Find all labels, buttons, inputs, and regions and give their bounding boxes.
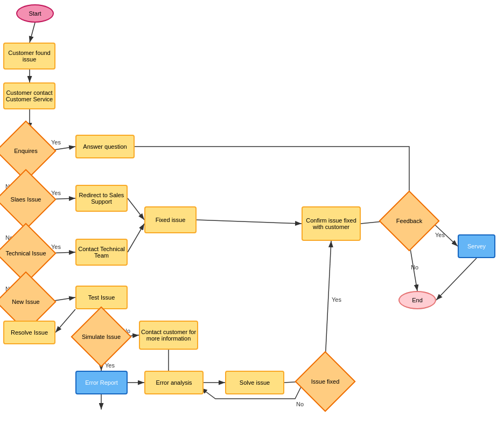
svg-text:No: No	[296, 401, 304, 407]
issue-fixed-diamond: Issue fixed	[304, 360, 347, 403]
slaes-issue-diamond: Slaes Issue	[4, 178, 47, 221]
technical-issue-label: Technical Issue	[5, 250, 46, 256]
redirect-sales-node: Redirect to Sales Support	[75, 185, 128, 212]
customer-contact-label: Customer contact Customer Service	[4, 89, 54, 102]
new-issue-label: New Issue	[12, 299, 39, 305]
solve-issue-node: Solve issue	[225, 371, 284, 394]
svg-text:Yes: Yes	[435, 232, 445, 238]
svg-text:Yes: Yes	[51, 244, 61, 250]
contact-customer-label: Contact customer for more information	[140, 329, 197, 342]
svg-line-1	[30, 23, 35, 43]
resolve-issue-node: Resolve Issue	[3, 321, 55, 344]
technical-issue-diamond: Technical Issue	[4, 232, 47, 275]
end-node: End	[398, 291, 436, 309]
answer-question-node: Answer question	[75, 135, 135, 158]
new-issue-diamond: New Issue	[4, 280, 47, 323]
enquires-label: Enquires	[14, 148, 37, 154]
svg-text:Yes: Yes	[105, 362, 115, 369]
svg-line-10	[128, 198, 144, 220]
svg-line-31	[197, 220, 302, 224]
contact-customer-node: Contact customer for more information	[139, 321, 198, 350]
confirm-issue-node: Confirm issue fixed with customer	[302, 206, 361, 241]
error-analysis-label: Error analysis	[156, 379, 192, 386]
feedback-diamond: Feedback	[388, 199, 431, 242]
issue-fixed-label: Issue fixed	[311, 378, 340, 385]
svg-text:No: No	[411, 264, 418, 270]
solve-issue-label: Solve issue	[240, 379, 270, 386]
feedback-label: Feedback	[396, 218, 422, 224]
error-report-node: Error Report	[75, 371, 128, 394]
start-node: Start	[16, 4, 54, 23]
svg-text:Yes: Yes	[51, 139, 61, 145]
simulate-issue-label: Simulate Issue	[82, 334, 121, 340]
svg-line-15	[128, 224, 144, 252]
redirect-sales-label: Redirect to Sales Support	[76, 192, 127, 205]
svg-line-28	[325, 241, 331, 360]
test-issue-node: Test Issue	[75, 286, 128, 309]
error-analysis-node: Error analysis	[144, 371, 204, 394]
svg-line-37	[436, 258, 477, 300]
test-issue-label: Test Issue	[88, 294, 115, 301]
slaes-issue-label: Slaes Issue	[11, 196, 41, 203]
error-report-label: Error Report	[85, 379, 118, 386]
svg-line-19	[55, 309, 75, 332]
contact-technical-label: Contact Technical Team	[76, 246, 127, 259]
error-database-node: Error Database	[75, 410, 128, 436]
contact-technical-node: Contact Technical Team	[75, 239, 128, 266]
customer-contact-node: Customer contact Customer Service	[3, 82, 55, 109]
confirm-issue-label: Confirm issue fixed with customer	[303, 217, 360, 230]
resolve-issue-label: Resolve Issue	[11, 329, 48, 336]
customer-found-label: Customer found issue	[4, 50, 54, 63]
fixed-issue-node: Fixed issue	[144, 206, 197, 233]
servey-label: Servey	[467, 243, 486, 249]
customer-found-node: Customer found issue	[3, 43, 55, 70]
enquires-diamond: Enquires	[4, 129, 47, 172]
start-label: Start	[29, 10, 41, 17]
svg-text:Yes: Yes	[332, 296, 341, 303]
servey-node: Servey	[458, 234, 495, 258]
end-label: End	[412, 297, 423, 303]
answer-question-label: Answer question	[83, 143, 127, 150]
simulate-issue-diamond: Simulate Issue	[80, 315, 123, 358]
fixed-issue-label: Fixed issue	[156, 217, 186, 223]
svg-text:Yes: Yes	[51, 190, 61, 196]
